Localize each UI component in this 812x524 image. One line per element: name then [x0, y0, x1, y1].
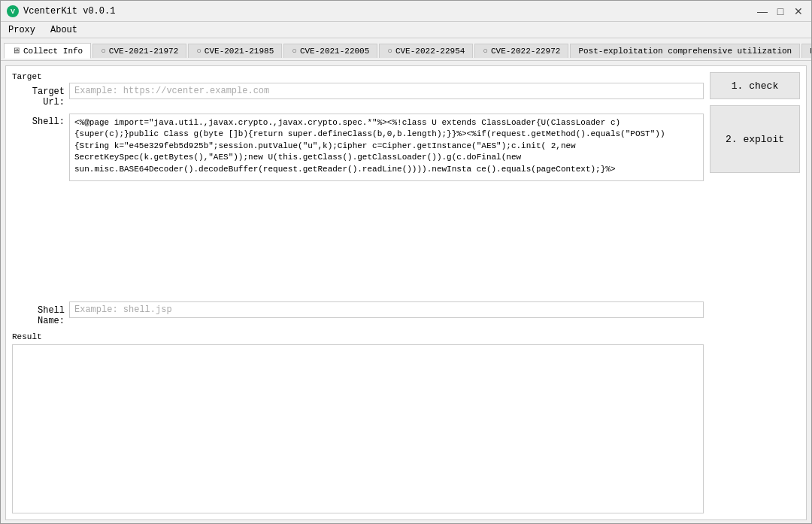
tab-collect-info[interactable]: 🖥 Collect Info [4, 43, 91, 59]
target-url-input[interactable] [69, 83, 704, 99]
maximize-button[interactable]: □ [774, 5, 787, 18]
tab-cve-2021-21985-label: CVE-2021-21985 [205, 47, 274, 56]
menu-proxy[interactable]: Proxy [4, 24, 40, 36]
form-left: Target Target Url: Shell: <%@page import… [12, 72, 704, 513]
result-section: Result [12, 332, 704, 514]
title-bar: V VcenterKit v0.0.1 — □ ✕ [1, 1, 811, 22]
tab-cve-2021-22005[interactable]: ○ CVE-2021-22005 [283, 44, 377, 58]
target-url-row: Target Url: [12, 83, 704, 108]
window-controls: — □ ✕ [756, 5, 805, 18]
tab-post-exploitation-label: Post-exploitation comprehensive utilizat… [578, 47, 792, 56]
app-icon: V [7, 5, 19, 17]
main-content: Target Target Url: Shell: <%@page import… [5, 65, 807, 520]
shell-name-label: Shell Name: [12, 301, 65, 326]
target-section-label: Target [12, 72, 704, 81]
exploit-button[interactable]: 2. exploit [710, 105, 800, 173]
tab-cve-2021-21972-label: CVE-2021-21972 [109, 47, 178, 56]
target-url-label: Target Url: [12, 83, 65, 108]
tab-cve-2021-22005-label: CVE-2021-22005 [300, 47, 369, 56]
tab-bar: 🖥 Collect Info ○ CVE-2021-21972 ○ CVE-20… [1, 38, 811, 61]
result-label: Result [12, 332, 704, 341]
form-right: 1. check 2. exploit [710, 72, 800, 513]
shell-name-input[interactable] [69, 301, 704, 318]
menu-about[interactable]: About [46, 24, 82, 36]
cve-21985-icon: ○ [196, 47, 201, 56]
app-title: VcenterKit v0.0.1 [23, 6, 115, 17]
tab-cve-2022-22972-label: CVE-2022-22972 [491, 47, 560, 56]
tab-cve-2021-21985[interactable]: ○ CVE-2021-21985 [188, 44, 282, 58]
shell-name-row: Shell Name: [12, 301, 704, 326]
close-button[interactable]: ✕ [792, 5, 805, 18]
target-section: Target Target Url: [12, 72, 704, 108]
tab-pentest-notebook[interactable]: Pentest Notebook [801, 44, 812, 58]
tab-post-exploitation[interactable]: Post-exploitation comprehensive utilizat… [570, 44, 800, 58]
tab-cve-2022-22954[interactable]: ○ CVE-2022-22954 [379, 44, 473, 58]
result-box [12, 344, 704, 514]
cve-22005-icon: ○ [292, 47, 297, 56]
shell-textarea[interactable]: <%@page import="java.util.,javax.crypto.… [69, 114, 704, 181]
collect-info-icon: 🖥 [12, 46, 20, 56]
shell-label: Shell: [12, 114, 65, 127]
title-bar-left: V VcenterKit v0.0.1 [7, 5, 115, 17]
tab-collect-info-label: Collect Info [23, 47, 83, 56]
cve-22972-icon: ○ [483, 47, 488, 56]
cve-22954-icon: ○ [387, 47, 392, 56]
shell-row: Shell: <%@page import="java.util.,javax.… [12, 114, 704, 295]
cve-21972-icon: ○ [101, 47, 106, 56]
form-grid: Target Target Url: Shell: <%@page import… [12, 72, 800, 513]
tab-cve-2022-22972[interactable]: ○ CVE-2022-22972 [474, 44, 568, 58]
menu-bar: Proxy About [1, 22, 811, 38]
tab-cve-2022-22954-label: CVE-2022-22954 [395, 47, 465, 56]
minimize-button[interactable]: — [756, 5, 769, 18]
check-button[interactable]: 1. check [710, 72, 800, 99]
tab-cve-2021-21972[interactable]: ○ CVE-2021-21972 [92, 44, 186, 58]
